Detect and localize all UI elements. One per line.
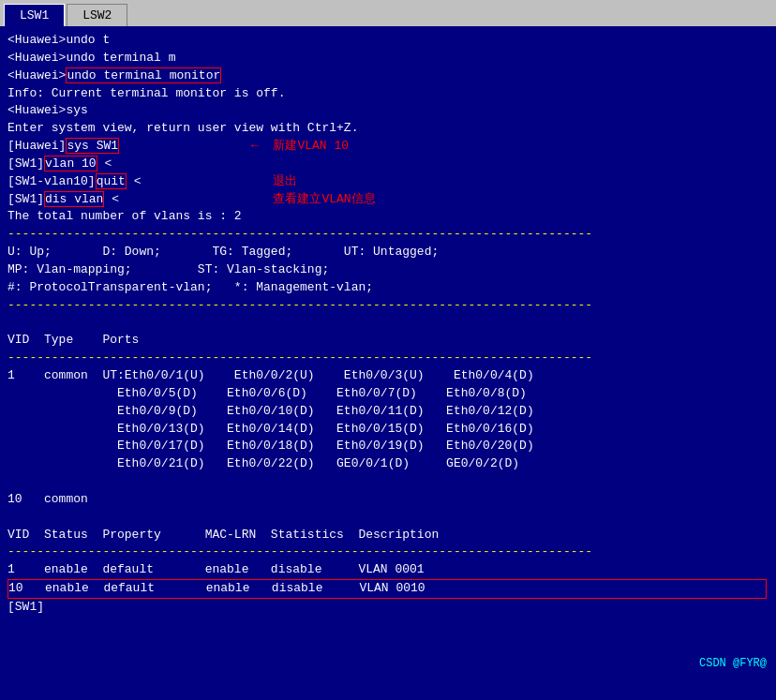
line-1: <Huawei>undo t — [7, 32, 769, 50]
separator-1: ----------------------------------------… — [7, 226, 769, 244]
watermark: CSDN @FYR@ — [699, 656, 767, 672]
line-9: [SW1-vlan10]quit < — [7, 173, 141, 191]
annotation-view-vlan: 查看建立VLAN信息 — [273, 192, 375, 206]
line-blank-1 — [7, 315, 769, 333]
line-8: [SW1]vlan 10 < — [7, 156, 112, 173]
tab-lsw1[interactable]: LSW1 — [4, 4, 65, 26]
terminal-area: <Huawei>undo t <Huawei>undo terminal m <… — [0, 26, 776, 700]
line-7: [Huawei]sys SW1 — [7, 138, 119, 156]
cmd-undo-monitor: undo terminal monitor — [66, 67, 221, 83]
arrow-quit: 退出 — [251, 173, 297, 191]
main-window: LSW1 LSW2 <Huawei>undo t <Huawei>undo te… — [0, 0, 776, 700]
line-8-container: [SW1]vlan 10 < — [7, 156, 769, 173]
line-vlan10: 10 common — [7, 491, 769, 509]
arrow-view-vlan: 查看建立VLAN信息 — [251, 191, 376, 209]
line-vlan1-5: Eth0/0/17(D) Eth0/0/18(D) Eth0/0/19(D) E… — [7, 438, 769, 455]
annotation-quit: 退出 — [273, 174, 297, 188]
cmd-dis-vlan: dis vlan — [44, 191, 104, 207]
line-15: #: ProtocolTransparent-vlan; *: Manageme… — [7, 279, 769, 297]
line-vlan1-1: 1 common UT:Eth0/0/1(U) Eth0/0/2(U) Eth0… — [7, 367, 769, 385]
line-prompt: [SW1] — [7, 599, 769, 617]
line-4: Info: Current terminal monitor is off. — [7, 85, 769, 103]
tab-lsw2[interactable]: LSW2 — [67, 4, 127, 26]
line-6: Enter system view, return user view with… — [7, 120, 769, 138]
line-blank-2 — [7, 473, 769, 491]
arrow-new-vlan: ← 新建VLAN 10 — [251, 138, 349, 156]
line-vlan10-status: 10 enable default enable disable VLAN 00… — [7, 579, 767, 599]
separator-3: ----------------------------------------… — [7, 350, 769, 367]
line-vlan1-3: Eth0/0/9(D) Eth0/0/10(D) Eth0/0/11(D) Et… — [7, 403, 769, 421]
line-7-container: [Huawei]sys SW1 ← 新建VLAN 10 — [7, 138, 769, 156]
line-5: <Huawei>sys — [7, 102, 769, 120]
tab-bar[interactable]: LSW1 LSW2 — [0, 0, 776, 26]
line-11: The total number of vlans is : 2 — [7, 208, 769, 226]
line-3: <Huawei>undo terminal monitor — [7, 67, 769, 85]
line-blank-3 — [7, 509, 769, 527]
line-vlan1-status: 1 enable default enable disable VLAN 000… — [7, 561, 769, 579]
cmd-sys-sw1: sys SW1 — [66, 138, 119, 154]
separator-4: ----------------------------------------… — [7, 544, 769, 561]
line-vid-status-header: VID Status Property MAC-LRN Statistics D… — [7, 527, 769, 544]
line-vid-header: VID Type Ports — [7, 332, 769, 350]
line-vlan1-2: Eth0/0/5(D) Eth0/0/6(D) Eth0/0/7(D) Eth0… — [7, 385, 769, 403]
annotation-new-vlan: 新建VLAN 10 — [273, 139, 349, 153]
line-13: U: Up; D: Down; TG: Tagged; UT: Untagged… — [7, 244, 769, 261]
separator-2: ----------------------------------------… — [7, 297, 769, 315]
line-10: [SW1]dis vlan < — [7, 191, 119, 209]
line-10-container: [SW1]dis vlan < 查看建立VLAN信息 — [7, 191, 769, 209]
cmd-quit: quit — [96, 173, 127, 189]
line-2: <Huawei>undo terminal m — [7, 50, 769, 67]
cmd-vlan10: vlan 10 — [44, 156, 97, 171]
line-9-container: [SW1-vlan10]quit < 退出 — [7, 173, 769, 191]
line-vlan1-6: Eth0/0/21(D) Eth0/0/22(D) GE0/0/1(D) GE0… — [7, 455, 769, 473]
line-vlan1-4: Eth0/0/13(D) Eth0/0/14(D) Eth0/0/15(D) E… — [7, 421, 769, 439]
line-14: MP: Vlan-mapping; ST: Vlan-stacking; — [7, 261, 769, 279]
